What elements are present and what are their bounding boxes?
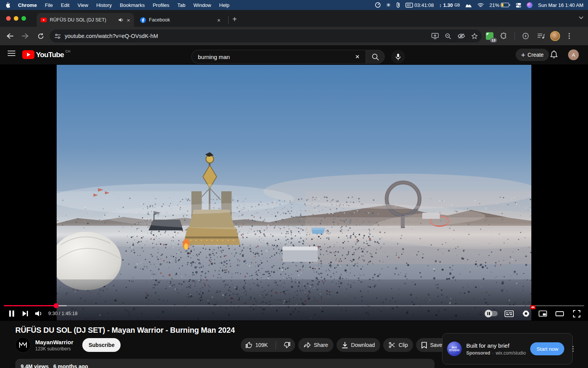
fullscreen-icon[interactable] [570,307,583,320]
ad-text: Built for any brief Sponsored · wix.com/… [466,342,526,356]
download-icon [342,342,348,348]
video-actions: 109K Share Download Clip Save [241,338,464,352]
video-frame[interactable] [57,65,531,320]
memory-usage[interactable]: ↕1.30GB [439,2,460,8]
maximize-window-button[interactable] [21,16,26,21]
control-center-icon[interactable] [516,3,521,8]
address-bar[interactable]: youtube.com/watch?v=eQ-OVsdK-hM [50,30,482,43]
guide-hamburger-icon[interactable] [8,50,15,56]
tab-audio-icon[interactable] [119,18,124,22]
tab-strip-divider [228,16,229,24]
ad-title[interactable]: Built for any brief [466,342,526,349]
vpn-icon[interactable] [465,2,472,8]
wifi-icon[interactable] [477,3,484,8]
close-window-button[interactable] [6,16,11,21]
quality-badge: 4K [530,305,536,309]
tab-youtube[interactable]: RÜFÜS DU SOL (DJ SET) × [37,13,134,27]
dislike-button[interactable] [279,338,295,352]
extensions-puzzle-icon[interactable] [498,30,510,42]
apple-menu-icon[interactable] [5,2,10,8]
menu-item-history[interactable]: History [96,2,111,8]
advertiser-url[interactable]: wix.com/studio [496,350,526,356]
theater-mode-icon[interactable] [553,307,567,320]
back-button[interactable] [4,30,16,42]
tab-facebook[interactable]: Facebook × [136,13,224,27]
performance-gauge-icon[interactable] [375,2,381,8]
search-button[interactable] [366,50,385,64]
menu-item-edit[interactable]: Edit [61,2,69,8]
install-app-icon[interactable] [431,33,439,39]
menubar-clock[interactable]: Sun Mar 16 1:40 AM [538,2,583,8]
minimize-window-button[interactable] [14,16,18,21]
thumbs-down-icon [284,342,291,348]
like-count: 109K [255,342,268,348]
bookmark-star-icon[interactable] [471,33,478,39]
search-box[interactable]: × [191,50,366,64]
menu-item-help[interactable]: Help [219,2,230,8]
next-button[interactable] [18,307,32,320]
youtube-logo[interactable]: YouTube CH [22,50,70,59]
menu-item-window[interactable]: Window [193,2,211,8]
clip-button[interactable]: Clip [383,338,413,352]
url-text[interactable]: youtube.com/watch?v=eQ-OVsdK-hM [65,33,428,39]
battery-saver-icon[interactable] [519,30,532,42]
pause-button[interactable] [5,307,18,320]
channel-name[interactable]: MayanWarrior [35,339,73,345]
create-button[interactable]: + Create [516,49,549,61]
tab-search-chevron-icon[interactable] [579,16,583,19]
dot-separator: · [492,350,494,356]
description-box[interactable]: 9.4M views 6 months ago [15,359,434,368]
volume-icon[interactable] [32,307,46,320]
paperclip-icon[interactable] [396,2,400,8]
ad-cta-button[interactable]: Start now [530,342,564,355]
autoplay-toggle[interactable] [485,307,499,320]
menu-item-tab[interactable]: Tab [177,2,185,8]
share-label: Share [314,342,328,348]
media-queue-icon[interactable] [535,30,547,42]
browser-profile-avatar[interactable] [550,31,560,41]
settings-gear-icon[interactable]: 4K [519,307,533,320]
menu-item-view[interactable]: View [77,2,88,8]
menu-item-profiles[interactable]: Profiles [153,2,169,8]
site-settings-icon[interactable] [54,33,61,39]
notifications-bell-icon[interactable] [550,50,558,59]
privacy-eye-off-icon[interactable] [457,33,465,39]
upload-age: 6 months ago [53,363,88,368]
reload-button[interactable] [34,30,47,42]
extension-adblock-icon[interactable]: 13 [485,31,495,41]
clear-search-icon[interactable]: × [352,53,363,61]
search-input[interactable] [198,54,352,60]
download-button[interactable]: Download [336,338,380,352]
channel-avatar[interactable] [15,337,31,353]
share-button[interactable]: Share [298,338,333,352]
like-button[interactable]: 109K [241,338,273,352]
video-player[interactable]: 9:30 / 1:45:18 4K [0,64,588,321]
channel-meta[interactable]: MayanWarrior 123K subscribers [35,339,73,352]
ad-card[interactable]: WIXSTUDIO Built for any brief Sponsored … [442,333,573,365]
watch-page-content: RÜFÜS DU SOL (DJ SET) - Mayan Warrior - … [0,321,588,368]
plus-icon: + [521,51,525,59]
forward-button[interactable] [19,30,31,42]
new-tab-button[interactable]: + [232,15,237,23]
ad-menu-kebab-icon[interactable] [569,346,577,352]
recorder-timer[interactable]: 03:41:08 [405,2,434,8]
thumbs-up-icon [245,342,252,348]
chatgpt-icon[interactable]: ✳ [386,2,391,8]
tab-close-icon[interactable]: × [217,17,220,23]
youtube-account-avatar[interactable]: A [568,49,579,60]
menu-app-name[interactable]: Chrome [18,2,37,8]
siri-icon[interactable] [527,2,532,8]
miniplayer-icon[interactable] [536,307,550,320]
chrome-menu-kebab-icon[interactable] [563,30,575,42]
video-scene [57,65,531,320]
scissors-icon [389,342,395,348]
subscribe-button[interactable]: Subscribe [82,338,121,352]
download-label: Download [351,342,375,348]
battery-indicator[interactable]: 21% [489,2,510,8]
subtitles-icon[interactable] [502,307,516,320]
tab-close-icon[interactable]: × [127,17,130,23]
menu-item-file[interactable]: File [45,2,53,8]
menu-item-bookmarks[interactable]: Bookmarks [120,2,145,8]
voice-search-button[interactable] [391,50,405,64]
zoom-icon[interactable] [445,33,451,39]
